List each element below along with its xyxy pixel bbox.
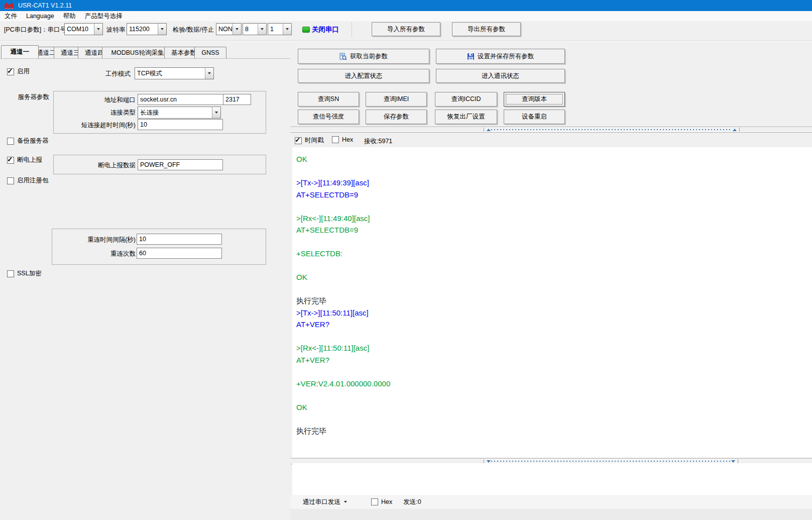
short-timeout-input[interactable]: 10 xyxy=(138,119,223,130)
chevron-down-icon xyxy=(344,501,347,503)
splitter-dots[interactable] xyxy=(491,461,731,462)
checkbox-box[interactable] xyxy=(7,270,14,277)
power-off-report-checkbox[interactable]: 断电上报 xyxy=(7,156,42,164)
server-address-input[interactable]: socket.usr.cn xyxy=(138,94,224,105)
log-line xyxy=(296,413,812,425)
recv-hex-checkbox[interactable]: Hex xyxy=(332,136,353,143)
ssl-checkbox[interactable]: SSL加密 xyxy=(7,269,42,278)
splitter-dots[interactable] xyxy=(491,129,732,130)
menu-item-2[interactable]: 帮助 xyxy=(59,11,80,21)
tab-0[interactable]: 通道一 xyxy=(1,45,39,58)
title-bar[interactable]: USR-CAT1 V1.2.11 xyxy=(0,0,812,11)
log-line: AT+SELECTDB=9 xyxy=(296,189,812,201)
timestamp-checkbox[interactable]: 时间戳 xyxy=(295,136,324,145)
databits-select[interactable]: 8 xyxy=(243,23,267,35)
menu-item-3[interactable]: 产品型号选择 xyxy=(80,11,127,21)
menu-item-1[interactable]: Language xyxy=(22,11,59,21)
send-hex-checkbox[interactable]: Hex xyxy=(371,498,392,505)
enter-comm-state-button[interactable]: 进入通讯状态 xyxy=(436,69,565,83)
chevron-down-icon[interactable] xyxy=(258,24,266,35)
save-params-button[interactable]: 保存参数 xyxy=(366,110,427,124)
send-input-area[interactable] xyxy=(292,464,812,495)
log-splitter[interactable] xyxy=(290,127,812,133)
chevron-down-icon[interactable] xyxy=(205,68,213,79)
query-iccid-button[interactable]: 查询ICCID xyxy=(435,92,497,107)
search-doc-icon xyxy=(339,53,347,60)
chevron-down-icon[interactable] xyxy=(94,24,102,35)
query-sn-button[interactable]: 查询SN xyxy=(298,92,359,107)
export-all-params-button[interactable]: 导出所有参数 xyxy=(452,22,521,36)
window-title: USR-CAT1 V1.2.11 xyxy=(18,2,72,9)
checkbox-box[interactable] xyxy=(7,177,14,184)
conn-type-label: 连接类型 xyxy=(75,109,136,117)
log-line: >[Tx->][11:49:39][asc] xyxy=(296,177,812,189)
backup-server-checkbox[interactable]: 备份服务器 xyxy=(7,137,49,145)
log-line: >[Tx->][11:50:11][asc] xyxy=(296,307,812,319)
chevron-down-icon[interactable] xyxy=(212,107,220,118)
chevron-down-icon[interactable] xyxy=(283,24,291,35)
enable-checkbox[interactable]: 启用 xyxy=(7,67,30,76)
short-timeout-label: 短连接超时时间(秒) xyxy=(60,121,136,130)
query-version-button[interactable]: 查询版本 xyxy=(504,92,565,107)
power-off-data-input[interactable]: POWER_OFF xyxy=(138,159,223,170)
enable-regpack-checkbox[interactable]: 启用注册包 xyxy=(7,176,49,185)
conn-type-select[interactable]: 长连接 xyxy=(138,107,221,119)
app-window: USR-CAT1 V1.2.11 文件Language帮助产品型号选择 [PC串… xyxy=(0,0,812,520)
send-via-serial-button[interactable]: 通过串口发送 xyxy=(303,498,347,506)
work-mode-label: 工作模式 xyxy=(75,70,131,78)
log-line xyxy=(296,165,812,177)
send-toolbar: 通过串口发送 Hex 发送:0 xyxy=(290,495,812,509)
import-all-params-button[interactable]: 导入所有参数 xyxy=(372,22,440,36)
pc-serial-label: [PC串口参数]：串口号 xyxy=(4,26,66,34)
reconnect-times-input[interactable]: 60 xyxy=(137,248,222,259)
log-line xyxy=(296,260,812,272)
menu-item-0[interactable]: 文件 xyxy=(0,11,22,21)
chevron-down-icon[interactable] xyxy=(158,24,166,35)
work-mode-select[interactable]: TCP模式 xyxy=(135,67,214,79)
log-line: OK xyxy=(296,271,812,283)
query-imei-button[interactable]: 查询IMEI xyxy=(366,92,427,107)
log-line: OK xyxy=(296,401,812,413)
com-port-select[interactable]: COM10 xyxy=(64,23,103,35)
set-save-all-params-button[interactable]: 设置并保存所有参数 xyxy=(436,49,565,64)
query-signal-button[interactable]: 查信号强度 xyxy=(298,110,359,124)
addr-port-label: 地址和端口 xyxy=(75,96,136,105)
menu-bar: 文件Language帮助产品型号选择 xyxy=(0,11,812,22)
baud-select[interactable]: 115200 xyxy=(127,23,167,35)
checkbox-box[interactable] xyxy=(7,157,14,164)
device-reboot-button[interactable]: 设备重启 xyxy=(504,110,565,124)
checkbox-box[interactable] xyxy=(371,498,378,505)
checkbox-box[interactable] xyxy=(332,136,339,143)
toolbar-separator xyxy=(352,22,352,37)
server-port-input[interactable]: 2317 xyxy=(223,94,251,105)
receive-log-area[interactable]: OK >[Tx->][11:49:39][asc]AT+SELECTDB=9 >… xyxy=(292,147,812,457)
checkbox-box[interactable] xyxy=(7,68,14,75)
tab-4[interactable]: MODBUS轮询采集 xyxy=(102,47,173,58)
power-off-data-label: 断电上报数据 xyxy=(75,161,136,170)
log-line: AT+SELECTDB=9 xyxy=(296,224,812,236)
log-lines: OK >[Tx->][11:49:39][asc]AT+SELECTDB=9 >… xyxy=(292,147,812,437)
collapse-down-icon[interactable] xyxy=(487,460,491,463)
log-line xyxy=(296,283,812,295)
checkbox-box[interactable] xyxy=(295,137,302,144)
get-current-params-button[interactable]: 获取当前参数 xyxy=(298,49,429,64)
log-line xyxy=(296,200,812,213)
factory-reset-button[interactable]: 恢复出厂设置 xyxy=(435,110,497,124)
log-line xyxy=(296,236,812,248)
close-serial-button[interactable]: 关闭串口 xyxy=(312,25,339,34)
checkbox-box[interactable] xyxy=(7,138,14,145)
parity-select[interactable]: NONI xyxy=(216,23,242,35)
reconnect-interval-input[interactable]: 10 xyxy=(137,234,222,245)
tab-6[interactable]: GNSS xyxy=(194,47,226,58)
collapse-up-icon[interactable] xyxy=(487,129,491,131)
collapse-up-icon[interactable] xyxy=(733,129,737,131)
parity-label: 检验/数据/停止 xyxy=(173,26,214,34)
chevron-down-icon[interactable] xyxy=(233,24,241,35)
collapse-down-icon[interactable] xyxy=(731,460,735,463)
stopbits-select[interactable]: 1 xyxy=(268,23,292,35)
enter-config-state-button[interactable]: 进入配置状态 xyxy=(298,69,429,83)
baud-label: 波特率 xyxy=(106,26,126,34)
log-line: AT+VER? xyxy=(296,354,812,366)
log-line: >[Rx<-][11:49:40][asc] xyxy=(296,213,812,225)
save-floppy-icon xyxy=(467,53,475,60)
